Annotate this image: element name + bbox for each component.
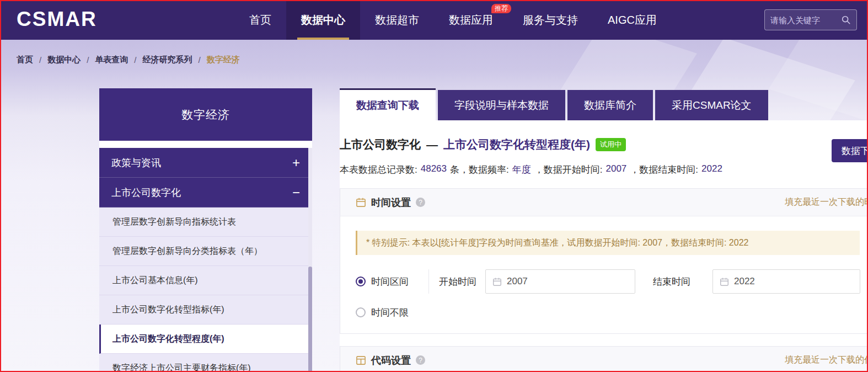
scrollbar-thumb[interactable] — [308, 267, 312, 372]
fill-last-download-time-link[interactable]: 填充最近一次下载的时间 — [785, 196, 868, 208]
start-time-input[interactable] — [485, 269, 635, 294]
sidebar-item-financial-indicators[interactable]: 数字经济上市公司主要财务指标(年) — [99, 354, 312, 372]
table-stats-row: 本表数据总记录数:48263条， 数据频率:年度， 数据开始时间:2007， 数… — [340, 163, 868, 176]
sidebar-group-listed-company-digitalization[interactable]: 上市公司数字化 − — [99, 178, 312, 208]
group-label: 政策与资讯 — [111, 156, 161, 169]
start-time-label: 开始时间 — [439, 275, 476, 288]
time-range-row: 时间区间 开始时间 结束时间 — [356, 269, 868, 294]
stat-end-time: 数据结束时间:2022 — [639, 163, 726, 176]
nav-label: AIGC应用 — [608, 13, 657, 28]
fill-last-download-code-link[interactable]: 填充最近一次下载的代码 — [785, 354, 868, 366]
time-unlimited-label: 时间不限 — [371, 306, 409, 319]
stat-suffix: ， — [630, 163, 639, 176]
time-unlimited-row: 时间不限 — [356, 306, 868, 319]
time-range-radio[interactable] — [356, 277, 366, 286]
search-input[interactable] — [770, 15, 841, 25]
tab-label: 采用CSMAR论文 — [672, 98, 752, 113]
sidebar-item-mgmt-innovation-stats[interactable]: 管理层数字创新导向指标统计表 — [99, 208, 312, 237]
table-title-row: 上市公司数字化 — 上市公司数字化转型程度(年) 试用中 — [340, 137, 868, 152]
breadcrumb-separator: / — [87, 55, 89, 65]
breadcrumb-home[interactable]: 首页 — [17, 55, 33, 65]
csmar-page: CSMAR 首页 数据中心 数据超市 数据应用推荐 服务与支持 AIGC应用 首… — [0, 0, 868, 372]
start-year-field[interactable] — [507, 276, 628, 287]
nav-item-home[interactable]: 首页 — [234, 0, 286, 40]
breadcrumb-separator: / — [199, 55, 201, 65]
stat-value: 48263 — [421, 163, 447, 176]
content-tabs: 数据查询下载 字段说明与样本数据 数据库简介 采用CSMAR论文 — [340, 88, 768, 120]
stat-value: 2022 — [701, 163, 722, 176]
tab-csmar-papers[interactable]: 采用CSMAR论文 — [655, 90, 768, 120]
breadcrumb-economic-research-series[interactable]: 经济研究系列 — [143, 55, 192, 65]
data-download-button[interactable]: 数据下载 — [832, 139, 868, 162]
main-content: 上市公司数字化 — 上市公司数字化转型程度(年) 试用中 数据下载 本表数据总记… — [340, 120, 868, 372]
end-time-input[interactable] — [712, 269, 860, 294]
sidebar-item-basic-info[interactable]: 上市公司基本信息(年) — [99, 266, 312, 295]
code-settings-panel: 代码设置 ? 填充最近一次下载的代码 — [340, 346, 868, 372]
nav-item-data-mart[interactable]: 数据超市 — [360, 0, 434, 40]
help-icon[interactable]: ? — [416, 355, 425, 365]
stat-suffix: 条， — [450, 163, 469, 176]
sidebar-divider — [99, 141, 312, 148]
csmar-logo[interactable]: CSMAR — [17, 8, 97, 31]
help-icon[interactable]: ? — [416, 198, 425, 207]
group-label: 上市公司数字化 — [111, 186, 181, 199]
stat-value: 年度 — [512, 163, 531, 176]
code-settings-title: 代码设置 — [371, 354, 411, 367]
tab-label: 数据查询下载 — [356, 98, 419, 113]
stat-value: 2007 — [606, 163, 626, 176]
time-settings-panel: 时间设置 ? 填充最近一次下载的时间 * 特别提示: 本表以[统计年度]字段为时… — [340, 188, 868, 334]
sidebar-item-transformation-degree[interactable]: 上市公司数字化转型程度(年) — [99, 325, 312, 354]
stat-start-time: 数据开始时间:2007， — [544, 163, 640, 176]
sidebar-title-label: 数字经济 — [181, 107, 230, 123]
nav-item-data-center[interactable]: 数据中心 — [286, 0, 360, 40]
trial-status-badge: 试用中 — [596, 138, 626, 151]
nav-label: 数据超市 — [375, 13, 419, 28]
sidebar-item-transformation-index[interactable]: 上市公司数字化转型指标(年) — [99, 295, 312, 325]
stat-label: 本表数据总记录数: — [340, 163, 417, 176]
title-table-name: 上市公司数字化转型程度(年) — [443, 137, 590, 152]
sidebar-item-label: 管理层数字创新导向分类指标表（年） — [112, 246, 262, 257]
sidebar-group-policy-news[interactable]: 政策与资讯 + — [99, 148, 312, 178]
special-notice: * 特别提示: 本表以[统计年度]字段为时间查询基准，试用数据开始时间: 200… — [356, 231, 860, 255]
sidebar-title: 数字经济 — [99, 88, 312, 141]
stat-total-records: 本表数据总记录数:48263条， — [340, 163, 469, 176]
search-box[interactable] — [764, 9, 857, 30]
nav-label: 服务与支持 — [523, 13, 578, 28]
tab-field-description-sample[interactable]: 字段说明与样本数据 — [438, 90, 565, 120]
stat-label: 数据结束时间: — [639, 163, 698, 176]
nav-label: 数据中心 — [301, 13, 345, 28]
code-table-icon — [356, 355, 366, 365]
sidebar-item-label: 管理层数字创新导向指标统计表 — [112, 216, 236, 228]
time-unlimited-radio[interactable] — [356, 307, 366, 317]
sidebar-item-label: 数字经济上市公司主要财务指标(年) — [112, 363, 251, 372]
stat-suffix: ， — [534, 163, 544, 176]
nav-label: 数据应用 — [449, 13, 493, 28]
nav-label: 首页 — [249, 13, 271, 28]
time-range-label: 时间区间 — [371, 275, 409, 288]
breadcrumb-current: 数字经济 — [207, 55, 240, 65]
sidebar-item-mgmt-innovation-classified[interactable]: 管理层数字创新导向分类指标表（年） — [99, 237, 312, 266]
calendar-icon — [720, 277, 729, 286]
search-icon[interactable] — [841, 15, 851, 25]
nav-item-aigc-apps[interactable]: AIGC应用 — [593, 0, 672, 40]
expand-icon[interactable]: + — [292, 156, 300, 169]
breadcrumb-separator: / — [134, 55, 136, 65]
vertical-divider — [428, 269, 429, 294]
database-sidebar: 数字经济 政策与资讯 + 上市公司数字化 − 管理层数字创新导向指标统计表 管理… — [99, 88, 312, 372]
top-navigation-bar: CSMAR 首页 数据中心 数据超市 数据应用推荐 服务与支持 AIGC应用 — [0, 0, 868, 40]
tab-database-intro[interactable]: 数据库简介 — [567, 90, 653, 120]
tab-data-query-download[interactable]: 数据查询下载 — [340, 88, 436, 120]
code-settings-header: 代码设置 ? 填充最近一次下载的代码 — [340, 347, 868, 372]
nav-item-data-apps[interactable]: 数据应用推荐 — [434, 0, 508, 40]
title-dash: — — [426, 138, 438, 151]
nav-item-service-support[interactable]: 服务与支持 — [508, 0, 593, 40]
sidebar-scrollbar[interactable] — [308, 148, 312, 372]
breadcrumb-data-center[interactable]: 数据中心 — [47, 55, 81, 65]
tab-label: 字段说明与样本数据 — [454, 98, 549, 113]
end-year-field[interactable] — [734, 276, 853, 287]
time-settings-header: 时间设置 ? 填充最近一次下载的时间 — [340, 189, 868, 216]
collapse-icon[interactable]: − — [292, 186, 300, 199]
main-nav: 首页 数据中心 数据超市 数据应用推荐 服务与支持 AIGC应用 — [234, 0, 672, 40]
sidebar-item-label: 上市公司数字化转型程度(年) — [112, 333, 224, 345]
breadcrumb-single-table-query[interactable]: 单表查询 — [95, 55, 128, 65]
